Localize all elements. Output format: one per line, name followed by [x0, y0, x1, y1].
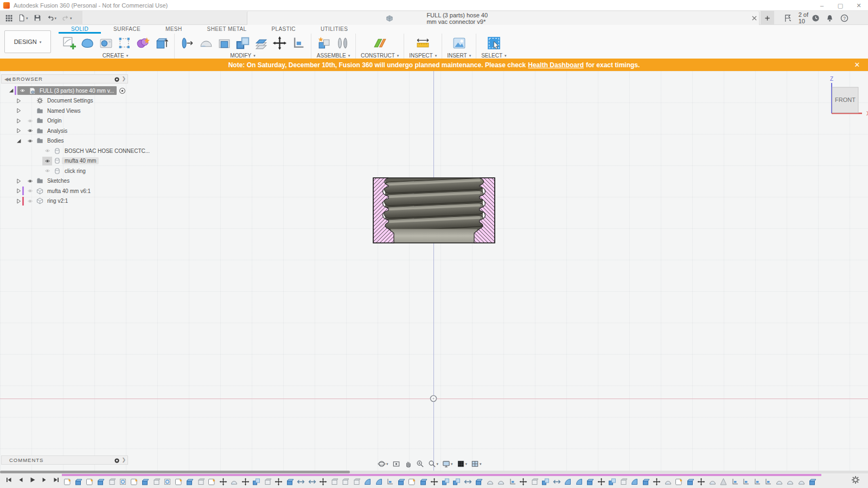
tree-item-label[interactable]: click ring: [62, 168, 88, 175]
timeline-settings-button[interactable]: [851, 475, 860, 485]
app-grid-button[interactable]: [3, 13, 14, 23]
grid-and-snaps-button[interactable]: ▾: [456, 459, 469, 468]
timeline-feature-box[interactable]: [340, 477, 352, 486]
timeline-feature-align[interactable]: [741, 477, 752, 486]
tree-item-label[interactable]: mufta 40 mm: [62, 157, 99, 164]
tree-row[interactable]: Origin: [1, 116, 128, 126]
play-button[interactable]: [28, 476, 37, 484]
timeline-feature-extrude[interactable]: [395, 477, 407, 486]
tree-row[interactable]: ring v2:1: [1, 196, 128, 207]
select-menu[interactable]: SELECT▾: [481, 52, 506, 59]
expander-icon[interactable]: [15, 107, 22, 114]
create-sculpt-tool[interactable]: [135, 35, 151, 51]
timeline-feature-move[interactable]: [318, 477, 329, 486]
timeline-feature-extrude[interactable]: [95, 477, 107, 486]
visibility-eye-icon[interactable]: [25, 126, 35, 135]
timeline-feature-box[interactable]: [106, 477, 118, 486]
offset-plane-tool[interactable]: [372, 35, 388, 51]
tree-row[interactable]: BOSCH VAC HOSE CONNECTC...: [1, 146, 128, 156]
timeline-feature-box[interactable]: [618, 477, 629, 486]
timeline-feature-revolve[interactable]: [229, 477, 240, 486]
create-menu[interactable]: CREATE▾: [103, 52, 128, 59]
timeline-feature-box[interactable]: [195, 477, 207, 486]
timeline-feature-fillet[interactable]: [629, 477, 641, 486]
job-status-button[interactable]: [808, 11, 822, 25]
timeline-feature-move[interactable]: [240, 477, 251, 486]
timeline-feature-revolve[interactable]: [774, 477, 785, 486]
create-cylinder-tool[interactable]: [98, 35, 114, 51]
display-settings-button[interactable]: ▾: [441, 459, 454, 468]
timeline-feature-hole[interactable]: [162, 477, 174, 486]
help-button[interactable]: ?: [837, 11, 851, 25]
timeline-feature-align[interactable]: [507, 477, 518, 486]
redo-button[interactable]: ▾: [60, 13, 74, 23]
visibility-eye-icon[interactable]: [17, 86, 27, 95]
tree-row[interactable]: mufta 40 mm: [1, 156, 128, 166]
align-tool[interactable]: [290, 35, 306, 51]
timeline-feature-extrude[interactable]: [184, 477, 196, 486]
ribbon-tab-solid[interactable]: SOLID: [59, 25, 101, 34]
panel-edge-arrow-icon[interactable]: ❯: [122, 76, 126, 81]
timeline-feature-extrude[interactable]: [284, 477, 296, 486]
tree-item-label[interactable]: ring v2:1: [44, 197, 71, 204]
document-tab-close-button[interactable]: [749, 12, 760, 23]
timeline-feature-offset[interactable]: [296, 477, 307, 486]
timeline-feature-offset[interactable]: [307, 477, 318, 486]
go-to-end-button[interactable]: [52, 476, 61, 484]
modify-menu[interactable]: MODIFY▾: [230, 52, 255, 59]
timeline-feature-move[interactable]: [218, 477, 229, 486]
tree-row[interactable]: Analysis: [1, 126, 128, 136]
visibility-eye-icon[interactable]: [42, 157, 52, 165]
undo-button[interactable]: ▾: [45, 13, 59, 23]
collapse-panel-icon[interactable]: ◀◀: [4, 76, 10, 82]
timeline-feature-align[interactable]: [763, 477, 774, 486]
timeline-feature-move[interactable]: [518, 477, 529, 486]
health-dashboard-link[interactable]: Health Dashboard: [528, 61, 584, 69]
expander-icon[interactable]: [8, 87, 15, 94]
timeline-feature-revolve[interactable]: [484, 477, 496, 486]
ribbon-tab-utilities[interactable]: UTILITIES: [308, 25, 360, 34]
timeline-feature-revolve[interactable]: [662, 477, 674, 486]
origin-marker[interactable]: [429, 394, 438, 403]
tree-item-label[interactable]: Origin: [44, 117, 65, 124]
timeline-feature-extrude[interactable]: [140, 477, 151, 486]
timeline-feature-box[interactable]: [329, 477, 340, 486]
panel-display-dot-icon[interactable]: [114, 76, 120, 82]
timeline-feature-sketch[interactable]: [207, 477, 218, 486]
insert-menu[interactable]: INSERT▾: [447, 52, 471, 59]
expander-icon[interactable]: [15, 188, 22, 194]
timeline-feature-combine[interactable]: [607, 477, 618, 486]
timeline-feature-move[interactable]: [273, 477, 285, 486]
tree-row[interactable]: Sketches: [1, 176, 128, 187]
timeline-scrollbar-thumb[interactable]: [0, 471, 350, 473]
ribbon-tab-plastic[interactable]: PLASTIC: [259, 25, 308, 34]
timeline-feature-align[interactable]: [729, 477, 741, 486]
timeline-feature-offset[interactable]: [551, 477, 563, 486]
expander-icon[interactable]: [15, 118, 22, 124]
split-body-tool[interactable]: [253, 35, 269, 51]
view-cube[interactable]: FRONT Z X: [822, 75, 868, 120]
timeline-feature-fillet[interactable]: [373, 477, 385, 486]
timeline-feature-extrude[interactable]: [418, 477, 429, 486]
visibility-eye-icon[interactable]: [25, 187, 35, 195]
timeline-feature-revolve[interactable]: [496, 477, 507, 486]
visibility-eye-icon[interactable]: [25, 117, 35, 125]
tree-row[interactable]: click ring: [1, 166, 128, 176]
timeline-feature-combine[interactable]: [440, 477, 451, 486]
maximize-button[interactable]: ▢: [831, 0, 850, 11]
minimize-button[interactable]: –: [813, 0, 831, 11]
timeline-feature-cone[interactable]: [718, 477, 730, 486]
timeline-feature-align[interactable]: [385, 477, 396, 486]
close-button[interactable]: ✕: [850, 0, 868, 11]
save-button[interactable]: [32, 13, 43, 23]
timeline-feature-revolve[interactable]: [785, 477, 796, 486]
tree-row[interactable]: mufta 40 mm v6:1: [1, 186, 128, 196]
model-section-view[interactable]: [372, 175, 496, 245]
timeline-feature-extrude[interactable]: [640, 477, 652, 486]
tree-item-label[interactable]: FULL (3 parts) hose 40 mm v...: [37, 87, 117, 94]
notifications-button[interactable]: [822, 11, 837, 25]
timeline-feature-box[interactable]: [151, 477, 162, 486]
timeline-feature-sketch[interactable]: [173, 477, 184, 486]
assemble-menu[interactable]: ASSEMBLE▾: [317, 52, 350, 59]
tree-item-label[interactable]: Bodies: [44, 137, 67, 144]
